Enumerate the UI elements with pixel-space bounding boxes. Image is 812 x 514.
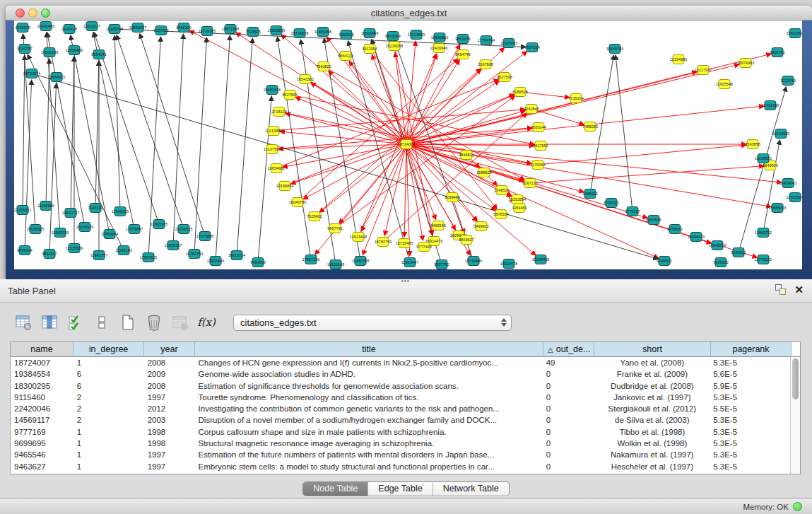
graph-node[interactable]: 3912954 bbox=[362, 45, 377, 54]
graph-node[interactable]: 1593858 bbox=[745, 140, 760, 149]
graph-node[interactable]: 19166854 bbox=[276, 182, 293, 191]
graph-node[interactable]: 16189798 bbox=[106, 25, 123, 34]
graph-edge[interactable] bbox=[71, 57, 74, 213]
graph-node[interactable]: 1548520 bbox=[494, 186, 509, 195]
graph-node[interactable]: 14143955 bbox=[772, 129, 789, 139]
graph-node[interactable]: 9891547 bbox=[42, 250, 57, 259]
graph-node[interactable]: 16099488 bbox=[532, 255, 549, 264]
graph-node[interactable]: 9246502 bbox=[657, 257, 671, 266]
graph-node[interactable]: 9246501 bbox=[731, 248, 746, 257]
graph-node[interactable]: 17957225 bbox=[140, 253, 157, 262]
tab-network-table[interactable]: Network Table bbox=[433, 482, 509, 496]
table-settings-button[interactable] bbox=[14, 313, 33, 332]
graph-edge[interactable] bbox=[23, 55, 25, 210]
graph-node[interactable]: 15905139 bbox=[52, 228, 69, 238]
graph-node[interactable]: 10948519 bbox=[709, 241, 726, 250]
graph-node[interactable]: 9915428 bbox=[61, 25, 76, 34]
network-canvas[interactable]: 1872400715226058391295486601237963822165… bbox=[14, 21, 802, 269]
graph-node[interactable]: 14622198 bbox=[41, 48, 58, 57]
table-row[interactable]: 946362711997Embryonic stem cells: a mode… bbox=[11, 461, 790, 472]
graph-node[interactable]: 9464009 bbox=[250, 258, 265, 267]
graph-node[interactable]: 11145193 bbox=[115, 246, 132, 255]
graph-edge[interactable] bbox=[616, 55, 632, 211]
graph-node[interactable]: 7963822 bbox=[316, 62, 331, 71]
graph-node[interactable]: 16958107 bbox=[165, 241, 182, 250]
network-window-titlebar[interactable]: citations_edges.txt bbox=[6, 6, 812, 21]
graph-node[interactable]: 11156869 bbox=[37, 201, 54, 211]
graph-node[interactable]: 8186528 bbox=[512, 88, 527, 97]
graph-node[interactable]: 12213389 bbox=[265, 127, 282, 136]
graph-node[interactable]: 6779197 bbox=[625, 207, 640, 216]
graph-node[interactable]: 10719185 bbox=[199, 27, 216, 36]
graph-node[interactable]: 9527505 bbox=[282, 90, 297, 100]
graph-node[interactable]: 10654982 bbox=[268, 164, 285, 173]
graph-node[interactable]: 15716485 bbox=[396, 239, 413, 248]
table-row[interactable]: 977716911998Corpus callosum shape and si… bbox=[11, 426, 790, 438]
graph-node[interactable]: 11925548 bbox=[716, 80, 733, 89]
graph-node[interactable]: 8099489 bbox=[445, 193, 459, 202]
graph-node[interactable]: 11483458 bbox=[314, 28, 331, 37]
graph-node[interactable]: 7485083 bbox=[582, 122, 597, 132]
graph-node[interactable]: 17975887 bbox=[126, 225, 143, 234]
new-document-button[interactable] bbox=[119, 313, 137, 332]
graph-edge[interactable] bbox=[538, 145, 746, 165]
close-panel-icon[interactable]: ✕ bbox=[794, 284, 804, 295]
graph-node[interactable]: 7145193 bbox=[88, 204, 102, 213]
graph-node[interactable]: 12905185 bbox=[151, 220, 167, 229]
graph-edge[interactable] bbox=[298, 59, 458, 202]
graph-edge[interactable] bbox=[739, 87, 787, 252]
graph-node[interactable]: 20536505 bbox=[27, 225, 44, 234]
graph-node[interactable]: 15821504 bbox=[787, 29, 802, 38]
graph-node[interactable]: 11431358 bbox=[762, 101, 779, 110]
row-height-button[interactable] bbox=[93, 313, 111, 332]
graph-node[interactable]: 15224549 bbox=[408, 30, 425, 40]
column-header-name[interactable]: name bbox=[11, 342, 73, 356]
graph-node[interactable]: 2603144 bbox=[531, 123, 546, 132]
column-header-in_degree[interactable]: in_degree bbox=[73, 342, 144, 356]
graph-node[interactable]: 16770522 bbox=[755, 255, 772, 264]
graph-node[interactable]: 16061499 bbox=[361, 29, 378, 38]
graph-node[interactable]: 10782759 bbox=[186, 250, 203, 259]
graph-edge[interactable] bbox=[303, 144, 406, 199]
graph-edge[interactable] bbox=[329, 71, 406, 144]
select-columns-button[interactable] bbox=[40, 313, 59, 332]
graph-node[interactable]: 15724578 bbox=[291, 29, 308, 38]
graph-edge[interactable] bbox=[28, 54, 124, 250]
graph-node[interactable]: 12923448 bbox=[350, 233, 367, 242]
graph-node[interactable]: 12923447 bbox=[401, 258, 418, 267]
graph-edge[interactable] bbox=[117, 35, 184, 229]
table-row[interactable]: 1872400712008Changes of HCN gene express… bbox=[11, 357, 790, 368]
graph-node[interactable]: 9385922 bbox=[582, 189, 597, 199]
graph-node[interactable]: 17975888 bbox=[196, 232, 213, 241]
graph-node[interactable]: 11515689 bbox=[66, 244, 83, 253]
graph-node[interactable]: 9857792 bbox=[434, 260, 449, 269]
table-row[interactable]: 1938455462009Genome-wide association stu… bbox=[11, 368, 790, 380]
graph-node[interactable]: 1588520 bbox=[476, 168, 491, 177]
graph-edge[interactable] bbox=[95, 61, 99, 208]
graph-edge[interactable] bbox=[93, 33, 134, 229]
graph-edge[interactable] bbox=[216, 35, 230, 261]
graph-node[interactable]: 5499822 bbox=[473, 222, 488, 231]
table-vertical-scrollbar[interactable] bbox=[790, 357, 800, 474]
graph-node[interactable]: 20206525 bbox=[175, 225, 192, 234]
graph-node[interactable]: 10782758 bbox=[352, 257, 369, 266]
select-rows-button[interactable] bbox=[66, 313, 85, 332]
table-source-select[interactable]: citations_edges.txt bbox=[233, 315, 512, 331]
graph-node[interactable]: 12958486 bbox=[66, 46, 83, 55]
graph-node[interactable]: 12469702 bbox=[755, 228, 772, 238]
graph-node[interactable]: 9242845 bbox=[524, 105, 539, 114]
graph-node[interactable]: 9527508 bbox=[497, 73, 512, 82]
graph-node[interactable]: 1170063 bbox=[530, 160, 545, 170]
graph-node[interactable]: 16648784 bbox=[606, 45, 623, 54]
scrollbar-thumb[interactable] bbox=[792, 358, 799, 399]
function-builder-button[interactable]: f(x) bbox=[197, 313, 216, 332]
graph-edge[interactable] bbox=[406, 71, 697, 144]
graph-node[interactable]: 5878334 bbox=[493, 210, 508, 219]
graph-node[interactable]: 7515526 bbox=[245, 28, 260, 37]
tab-edge-table[interactable]: Edge Table bbox=[368, 482, 433, 496]
graph-node[interactable]: 21256061 bbox=[14, 206, 31, 215]
graph-node[interactable]: 12505135 bbox=[112, 207, 129, 216]
graph-node[interactable]: 17859924 bbox=[101, 230, 118, 239]
graph-node[interactable]: 9857791 bbox=[327, 224, 342, 233]
graph-node[interactable]: 18915104 bbox=[228, 251, 245, 260]
